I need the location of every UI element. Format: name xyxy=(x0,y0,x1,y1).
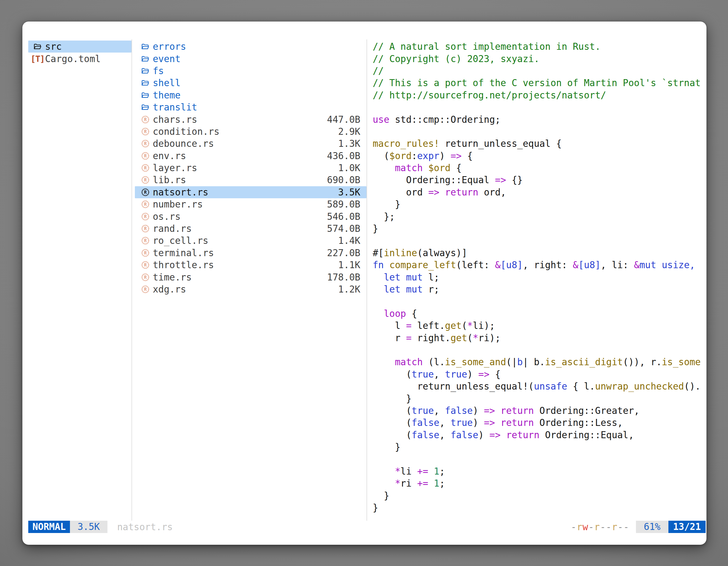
toml-file-icon: [T] xyxy=(32,54,43,64)
current-directory-pane: errorseventfsshellthemetranslitRchars.rs… xyxy=(135,41,367,295)
svg-text:R: R xyxy=(144,226,147,231)
svg-text:R: R xyxy=(144,141,147,146)
open-folder-icon xyxy=(140,42,151,52)
file-row-env-rs[interactable]: Renv.rs436.0B xyxy=(135,150,367,162)
open-folder-icon xyxy=(140,66,151,76)
svg-text:R: R xyxy=(144,250,147,256)
code-line: macro_rules! return_unless_equal { xyxy=(373,138,706,150)
file-size: 1.2K xyxy=(338,284,360,295)
file-name: errors xyxy=(153,41,186,52)
file-row-theme[interactable]: theme xyxy=(135,89,367,101)
svg-text:R: R xyxy=(144,153,147,159)
file-size: 1.4K xyxy=(338,235,360,246)
file-name: os.rs xyxy=(153,211,180,222)
file-size: 690.0B xyxy=(327,175,360,186)
file-row-layer-rs[interactable]: Rlayer.rs1.0K xyxy=(135,162,367,174)
file-row-time-rs[interactable]: Rtime.rs178.0B xyxy=(135,271,367,283)
code-line: (false, false) => return Ordering::Equal… xyxy=(373,429,706,441)
file-name: event xyxy=(153,53,180,64)
svg-text:R: R xyxy=(144,275,147,280)
code-line: l = left.get(*li); xyxy=(373,319,706,332)
rust-file-icon: R xyxy=(140,139,151,149)
file-name: xdg.rs xyxy=(153,284,186,295)
file-preview-pane[interactable]: // A natural sort implementation in Rust… xyxy=(373,41,706,521)
svg-text:R: R xyxy=(144,178,147,183)
svg-text:R: R xyxy=(144,262,147,268)
file-row-fs[interactable]: fs xyxy=(135,65,367,77)
file-name: env.rs xyxy=(153,151,186,161)
pane-divider-right xyxy=(367,39,367,521)
open-folder-icon xyxy=(140,54,151,64)
code-line: Ordering::Equal => {} xyxy=(373,174,706,186)
code-line: return_unless_equal!(unsafe { l.unwrap_u… xyxy=(373,380,706,392)
file-row-debounce-rs[interactable]: Rdebounce.rs1.3K xyxy=(135,138,367,150)
code-line: *li += 1; xyxy=(373,465,706,477)
file-name: throttle.rs xyxy=(153,260,214,271)
file-size: 574.0B xyxy=(327,223,360,234)
code-line: // Copyright (c) 2023, sxyazi. xyxy=(373,53,706,65)
svg-text:R: R xyxy=(144,165,147,171)
code-line: use std::cmp::Ordering; xyxy=(373,113,706,125)
scroll-percent-badge: 61% xyxy=(636,521,668,533)
status-bar-right: -rw-r--r-- 61% 13/21 xyxy=(571,521,706,533)
rust-file-icon: R xyxy=(140,224,151,234)
yazi-file-manager-window: src[T]Cargo.toml errorseventfsshelltheme… xyxy=(22,22,706,545)
file-row-errors[interactable]: errors xyxy=(135,41,367,53)
file-row-throttle-rs[interactable]: Rthrottle.rs1.1K xyxy=(135,259,367,271)
svg-text:R: R xyxy=(144,117,147,122)
file-row-xdg-rs[interactable]: Rxdg.rs1.2K xyxy=(135,283,367,295)
rust-file-icon: R xyxy=(140,163,151,173)
code-line: ord => return ord, xyxy=(373,186,706,198)
file-row-src[interactable]: src xyxy=(28,41,131,53)
file-row-event[interactable]: event xyxy=(135,53,367,65)
file-size: 227.0B xyxy=(327,248,360,259)
svg-text:R: R xyxy=(144,129,147,134)
code-line xyxy=(373,453,706,465)
code-line: (true, true) => { xyxy=(373,368,706,380)
file-row-cargo-toml[interactable]: [T]Cargo.toml xyxy=(28,53,131,65)
code-line: // A natural sort implementation in Rust… xyxy=(373,41,706,53)
svg-text:R: R xyxy=(144,190,147,195)
code-line: }; xyxy=(373,210,706,222)
file-name: chars.rs xyxy=(153,114,197,125)
file-name: translit xyxy=(153,102,197,113)
file-row-ro-cell-rs[interactable]: Rro_cell.rs1.4K xyxy=(135,235,367,247)
code-line: #[inline(always)] xyxy=(373,247,706,259)
code-line: } xyxy=(373,441,706,453)
cursor-position-badge: 13/21 xyxy=(668,521,706,533)
file-size: 1.3K xyxy=(338,138,360,149)
code-line xyxy=(373,101,706,113)
file-row-os-rs[interactable]: Ros.rs546.0B xyxy=(135,210,367,222)
file-size: 546.0B xyxy=(327,211,360,222)
file-name: Cargo.toml xyxy=(45,53,101,64)
code-line: r = right.get(*ri); xyxy=(373,332,706,344)
file-name: ro_cell.rs xyxy=(153,235,208,246)
file-row-terminal-rs[interactable]: Rterminal.rs227.0B xyxy=(135,247,367,259)
file-row-natsort-rs[interactable]: Rnatsort.rs3.5K xyxy=(135,186,367,198)
open-folder-icon xyxy=(140,90,151,100)
file-row-condition-rs[interactable]: Rcondition.rs2.9K xyxy=(135,126,367,138)
pane-divider-left xyxy=(131,39,132,521)
file-row-translit[interactable]: translit xyxy=(135,101,367,113)
rust-file-icon: R xyxy=(140,187,151,197)
file-row-shell[interactable]: shell xyxy=(135,77,367,89)
rust-file-icon: R xyxy=(140,200,151,210)
file-row-chars-rs[interactable]: Rchars.rs447.0B xyxy=(135,113,367,125)
file-row-rand-rs[interactable]: Rrand.rs574.0B xyxy=(135,223,367,235)
file-row-number-rs[interactable]: Rnumber.rs589.0B xyxy=(135,198,367,210)
code-line: } xyxy=(373,223,706,235)
open-folder-icon xyxy=(32,42,43,52)
file-size: 178.0B xyxy=(327,272,360,283)
rust-file-icon: R xyxy=(140,284,151,294)
file-size: 1.1K xyxy=(338,260,360,271)
status-filename: natsort.rs xyxy=(117,522,173,532)
code-line xyxy=(373,344,706,356)
desktop-background: src[T]Cargo.toml errorseventfsshelltheme… xyxy=(0,0,728,566)
code-line: match $ord { xyxy=(373,162,706,174)
code-line: // xyxy=(373,65,706,77)
file-permissions: -rw-r--r-- xyxy=(571,522,629,532)
code-line: // http://sourcefrog.net/projects/natsor… xyxy=(373,89,706,101)
status-bar: NORMAL 3.5K natsort.rs -rw-r--r-- 61% 13… xyxy=(22,521,706,533)
rust-file-icon: R xyxy=(140,248,151,258)
file-row-lib-rs[interactable]: Rlib.rs690.0B xyxy=(135,174,367,186)
